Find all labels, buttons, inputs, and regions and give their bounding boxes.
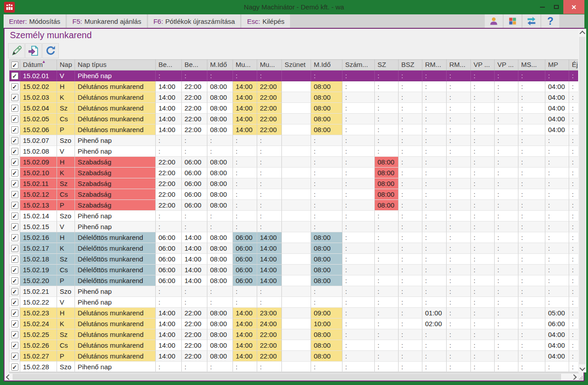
edit-pencil-button[interactable] xyxy=(8,43,25,58)
col-header-ej[interactable]: Éj... xyxy=(569,60,579,70)
table-row[interactable]: ✓15.02.13PSzabadság22:0006:0008:00::::08… xyxy=(9,200,579,211)
scroll-up-arrow[interactable] xyxy=(579,29,586,36)
col-header-vp1[interactable]: VP ... xyxy=(471,60,495,70)
table-row[interactable]: ✓15.02.23HDélutános munkarend14:0022:000… xyxy=(9,308,579,319)
table-row[interactable]: ✓15.02.22VPihenő nap:::::::::::::::: xyxy=(9,297,579,308)
table-row[interactable]: ✓15.02.09HSzabadság22:0006:0008:00::::08… xyxy=(9,157,579,168)
scroll-right-arrow[interactable] xyxy=(571,373,578,381)
table-row[interactable]: ✓15.02.01VPihenő nap:::::::::::::::: xyxy=(9,71,579,81)
row-checkbox[interactable]: ✓ xyxy=(11,310,18,317)
col-header-szunet[interactable]: Szünet xyxy=(282,60,311,70)
table-row[interactable]: ✓15.02.05CsDélutános munkarend14:0022:00… xyxy=(9,114,579,124)
row-checkbox[interactable]: ✓ xyxy=(11,159,18,166)
menu-item-munkarend-ajanlas[interactable]: F5: Munkarend ajánlás xyxy=(67,14,146,28)
row-checkbox[interactable]: ✓ xyxy=(11,234,18,241)
col-header-mp[interactable]: MP xyxy=(545,60,569,70)
table-row[interactable]: ✓15.02.02HDélutános munkarend14:0022:000… xyxy=(9,81,579,92)
table-row[interactable]: ✓15.02.26CsDélutános munkarend14:0022:00… xyxy=(9,340,579,351)
table-row[interactable]: ✓15.02.08VPihenő nap:::::::::::::::: xyxy=(9,146,579,157)
table-row[interactable]: ✓15.02.21SzoPihenő nap:::::::::::::::: xyxy=(9,286,579,297)
export-button[interactable] xyxy=(25,43,42,58)
col-header-bsz[interactable]: BSZ xyxy=(399,60,422,70)
table-row[interactable]: ✓15.02.04SzDélutános munkarend14:0022:00… xyxy=(9,103,579,114)
apps-grid-button[interactable] xyxy=(504,14,522,28)
user-button[interactable] xyxy=(485,14,503,28)
menu-item-kilepes[interactable]: Esc: Kilépés xyxy=(241,14,290,28)
table-row[interactable]: ✓15.02.07SzoPihenő nap:::::::::::::::: xyxy=(9,135,579,146)
col-header-mu1[interactable]: Mu... xyxy=(233,60,257,70)
col-header-mu2[interactable]: Mu... xyxy=(257,60,282,70)
scroll-down-arrow[interactable] xyxy=(579,365,586,372)
row-checkbox[interactable]: ✓ xyxy=(11,299,18,306)
row-checkbox[interactable]: ✓ xyxy=(11,148,18,155)
row-checkbox[interactable]: ✓ xyxy=(11,212,18,220)
refresh-button[interactable] xyxy=(42,43,59,58)
col-header-rm1[interactable]: RM... xyxy=(422,60,447,70)
col-header-datum[interactable]: Dátum▲ xyxy=(20,60,57,70)
select-all-checkbox[interactable]: ✓ xyxy=(11,62,18,69)
col-header-rm2[interactable]: RM... xyxy=(447,60,471,70)
row-checkbox[interactable]: ✓ xyxy=(11,126,18,133)
col-header-be2[interactable]: Be... xyxy=(182,60,207,70)
vertical-scrollbar[interactable] xyxy=(578,29,586,372)
resize-grip[interactable] xyxy=(579,374,585,381)
row-checkbox[interactable]: ✓ xyxy=(11,277,18,284)
help-button[interactable]: ? xyxy=(541,14,559,28)
table-row[interactable]: ✓15.02.25SzDélutános munkarend14:0022:00… xyxy=(9,329,579,340)
row-checkbox[interactable]: ✓ xyxy=(11,363,18,371)
col-header-szam[interactable]: Szám... xyxy=(342,60,375,70)
menu-item-potlekok-ujraszamitasa[interactable]: F6: Pótlékok újraszámítása xyxy=(148,14,241,28)
table-row[interactable]: ✓15.02.19CsDélelőttös munkarend06:0014:0… xyxy=(9,265,579,275)
col-header-naptipus[interactable]: Nap típus xyxy=(75,60,156,70)
row-checkbox[interactable]: ✓ xyxy=(11,94,18,101)
col-header-mido2[interactable]: M.Idő xyxy=(311,60,342,70)
vertical-scroll-thumb[interactable] xyxy=(579,37,585,364)
horizontal-scroll-thumb[interactable] xyxy=(13,374,561,380)
row-checkbox[interactable]: ✓ xyxy=(11,245,18,252)
table-row[interactable]: ✓15.02.18SzDélelőttös munkarend06:0014:0… xyxy=(9,254,579,265)
row-checkbox[interactable]: ✓ xyxy=(11,353,18,360)
row-checkbox[interactable]: ✓ xyxy=(11,320,18,327)
table-row[interactable]: ✓15.02.20PDélelőttös munkarend06:0014:00… xyxy=(9,275,579,286)
menu-item-modositas[interactable]: Enter: Módosítás xyxy=(4,14,66,28)
table-row[interactable]: ✓15.02.15VPihenő nap:::::::::::::::: xyxy=(9,221,579,232)
row-checkbox[interactable]: ✓ xyxy=(11,105,18,112)
table-row[interactable]: ✓15.02.27PDélutános munkarend14:0022:000… xyxy=(9,351,579,362)
col-header-check[interactable]: ✓ xyxy=(9,60,20,70)
table-row[interactable]: ✓15.02.17KDélelőttös munkarend06:0014:00… xyxy=(9,243,579,254)
table-row[interactable]: ✓15.02.03KDélutános munkarend14:0022:000… xyxy=(9,92,579,103)
col-header-mido1[interactable]: M.Idő xyxy=(207,60,233,70)
row-checkbox[interactable]: ✓ xyxy=(11,331,18,338)
col-header-sz[interactable]: SZ xyxy=(375,60,399,70)
row-checkbox[interactable]: ✓ xyxy=(11,191,18,198)
table-row[interactable]: ✓15.02.14SzoPihenő nap:::::::::::::::: xyxy=(9,211,579,221)
table-row[interactable]: ✓15.02.11SzSzabadság22:0006:0008:00::::0… xyxy=(9,178,579,189)
table-row[interactable]: ✓15.02.16HDélelőttös munkarend06:0014:00… xyxy=(9,232,579,243)
table-row[interactable]: ✓15.02.12CsSzabadság22:0006:0008:00::::0… xyxy=(9,189,579,200)
row-checkbox[interactable]: ✓ xyxy=(11,72,18,80)
table-row[interactable]: ✓15.02.06PDélutános munkarend14:0022:000… xyxy=(9,124,579,135)
maximize-button[interactable] xyxy=(549,0,563,14)
row-checkbox[interactable]: ✓ xyxy=(11,137,18,144)
col-header-vp2[interactable]: VP ... xyxy=(495,60,518,70)
row-checkbox[interactable]: ✓ xyxy=(11,180,18,187)
row-checkbox[interactable]: ✓ xyxy=(11,223,18,230)
table-row[interactable]: ✓15.02.24KDélutános munkarend14:0022:000… xyxy=(9,319,579,329)
table-row[interactable]: ✓15.02.10KSzabadság22:0006:0008:00::::08… xyxy=(9,168,579,178)
col-header-nap[interactable]: Nap xyxy=(57,60,75,70)
row-checkbox[interactable]: ✓ xyxy=(11,169,18,177)
col-header-be1[interactable]: Be... xyxy=(156,60,182,70)
row-checkbox[interactable]: ✓ xyxy=(11,202,18,209)
row-checkbox[interactable]: ✓ xyxy=(11,83,18,90)
row-checkbox[interactable]: ✓ xyxy=(11,288,18,295)
transfer-button[interactable] xyxy=(522,14,540,28)
minimize-button[interactable] xyxy=(535,0,549,14)
row-checkbox[interactable]: ✓ xyxy=(11,342,18,349)
table-row[interactable]: ✓15.02.28SzoPihenő nap:::::::::::::::: xyxy=(9,362,579,372)
scroll-left-arrow[interactable] xyxy=(4,373,12,381)
row-checkbox[interactable]: ✓ xyxy=(11,256,18,263)
row-checkbox[interactable]: ✓ xyxy=(11,266,18,274)
close-button[interactable]: ✕ xyxy=(563,0,584,14)
row-checkbox[interactable]: ✓ xyxy=(11,115,18,123)
horizontal-scrollbar[interactable] xyxy=(4,373,578,381)
